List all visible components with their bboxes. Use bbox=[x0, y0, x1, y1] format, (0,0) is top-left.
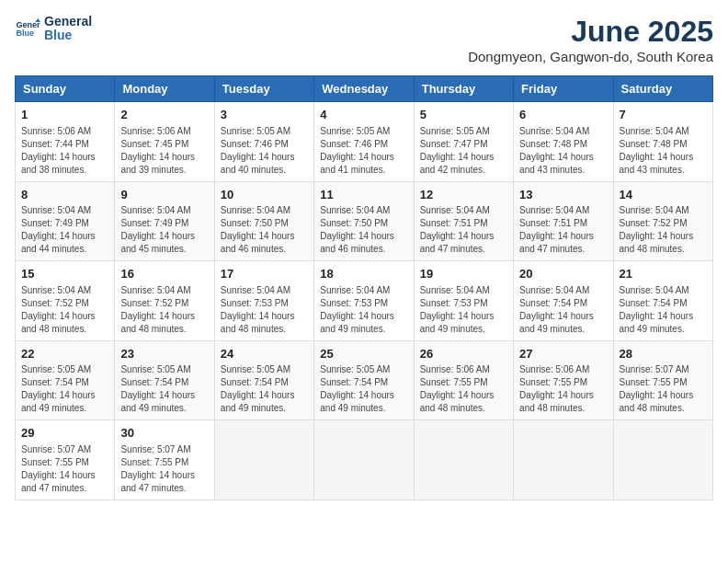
calendar-cell: 7Sunrise: 5:04 AMSunset: 7:48 PMDaylight… bbox=[613, 102, 712, 182]
day-number: 11 bbox=[320, 187, 407, 203]
title-block: June 2025 Dongmyeon, Gangwon-do, South K… bbox=[468, 15, 713, 64]
calendar-row-5: 29Sunrise: 5:07 AMSunset: 7:55 PMDayligh… bbox=[16, 420, 713, 500]
day-number: 6 bbox=[519, 107, 607, 123]
day-number: 15 bbox=[21, 266, 108, 282]
day-number: 10 bbox=[221, 187, 308, 203]
day-number: 12 bbox=[420, 187, 507, 203]
weekday-header-tuesday: Tuesday bbox=[214, 76, 313, 102]
day-info: Sunrise: 5:04 AMSunset: 7:54 PMDaylight:… bbox=[519, 284, 607, 336]
calendar-cell: 30Sunrise: 5:07 AMSunset: 7:55 PMDayligh… bbox=[115, 420, 214, 500]
day-info: Sunrise: 5:05 AMSunset: 7:46 PMDaylight:… bbox=[320, 125, 407, 177]
month-title: June 2025 bbox=[468, 15, 713, 49]
calendar-cell: 18Sunrise: 5:04 AMSunset: 7:53 PMDayligh… bbox=[314, 261, 414, 341]
calendar-cell: 22Sunrise: 5:05 AMSunset: 7:54 PMDayligh… bbox=[16, 340, 115, 420]
day-info: Sunrise: 5:04 AMSunset: 7:52 PMDaylight:… bbox=[120, 284, 208, 336]
day-info: Sunrise: 5:04 AMSunset: 7:49 PMDaylight:… bbox=[120, 204, 208, 256]
calendar-cell bbox=[414, 420, 513, 500]
calendar-cell: 10Sunrise: 5:04 AMSunset: 7:50 PMDayligh… bbox=[214, 181, 313, 261]
calendar-cell: 14Sunrise: 5:04 AMSunset: 7:52 PMDayligh… bbox=[613, 181, 712, 261]
day-info: Sunrise: 5:06 AMSunset: 7:45 PMDaylight:… bbox=[120, 125, 208, 177]
calendar-cell bbox=[613, 420, 712, 500]
day-info: Sunrise: 5:04 AMSunset: 7:52 PMDaylight:… bbox=[21, 284, 108, 336]
day-number: 14 bbox=[620, 187, 707, 203]
day-number: 7 bbox=[620, 107, 707, 123]
day-number: 9 bbox=[120, 187, 208, 203]
weekday-header-monday: Monday bbox=[115, 76, 214, 102]
weekday-header-row: SundayMondayTuesdayWednesdayThursdayFrid… bbox=[16, 76, 713, 102]
calendar-cell: 11Sunrise: 5:04 AMSunset: 7:50 PMDayligh… bbox=[314, 181, 414, 261]
day-number: 3 bbox=[221, 107, 308, 123]
calendar-cell: 24Sunrise: 5:05 AMSunset: 7:54 PMDayligh… bbox=[214, 340, 313, 420]
day-number: 24 bbox=[221, 346, 308, 362]
day-info: Sunrise: 5:04 AMSunset: 7:51 PMDaylight:… bbox=[420, 204, 507, 256]
calendar-cell: 13Sunrise: 5:04 AMSunset: 7:51 PMDayligh… bbox=[514, 181, 613, 261]
calendar-row-1: 1Sunrise: 5:06 AMSunset: 7:44 PMDaylight… bbox=[16, 102, 713, 182]
day-info: Sunrise: 5:04 AMSunset: 7:50 PMDaylight:… bbox=[320, 204, 407, 256]
calendar-cell bbox=[514, 420, 613, 500]
day-info: Sunrise: 5:06 AMSunset: 7:55 PMDaylight:… bbox=[420, 363, 507, 415]
day-number: 27 bbox=[519, 346, 607, 362]
day-number: 8 bbox=[21, 187, 108, 203]
day-info: Sunrise: 5:05 AMSunset: 7:54 PMDaylight:… bbox=[221, 363, 308, 415]
day-number: 28 bbox=[620, 346, 707, 362]
calendar-cell: 4Sunrise: 5:05 AMSunset: 7:46 PMDaylight… bbox=[314, 102, 414, 182]
page-header: General Blue General Blue June 2025 Dong… bbox=[15, 15, 713, 64]
logo-text-blue: Blue bbox=[44, 29, 92, 42]
calendar-cell: 23Sunrise: 5:05 AMSunset: 7:54 PMDayligh… bbox=[115, 340, 214, 420]
day-number: 23 bbox=[120, 346, 208, 362]
day-info: Sunrise: 5:04 AMSunset: 7:48 PMDaylight:… bbox=[519, 125, 607, 177]
calendar-cell: 2Sunrise: 5:06 AMSunset: 7:45 PMDaylight… bbox=[115, 102, 214, 182]
day-number: 21 bbox=[620, 266, 707, 282]
day-info: Sunrise: 5:04 AMSunset: 7:54 PMDaylight:… bbox=[620, 284, 707, 336]
calendar-cell: 12Sunrise: 5:04 AMSunset: 7:51 PMDayligh… bbox=[414, 181, 513, 261]
day-info: Sunrise: 5:04 AMSunset: 7:49 PMDaylight:… bbox=[21, 204, 108, 256]
weekday-header-saturday: Saturday bbox=[613, 76, 712, 102]
calendar-cell: 26Sunrise: 5:06 AMSunset: 7:55 PMDayligh… bbox=[414, 340, 513, 420]
calendar-cell: 29Sunrise: 5:07 AMSunset: 7:55 PMDayligh… bbox=[16, 420, 115, 500]
calendar-cell: 19Sunrise: 5:04 AMSunset: 7:53 PMDayligh… bbox=[414, 261, 513, 341]
day-number: 2 bbox=[120, 107, 208, 123]
calendar-cell: 1Sunrise: 5:06 AMSunset: 7:44 PMDaylight… bbox=[16, 102, 115, 182]
logo-text-general: General bbox=[44, 15, 92, 29]
day-info: Sunrise: 5:04 AMSunset: 7:52 PMDaylight:… bbox=[620, 204, 707, 256]
calendar-row-3: 15Sunrise: 5:04 AMSunset: 7:52 PMDayligh… bbox=[16, 261, 713, 341]
day-info: Sunrise: 5:05 AMSunset: 7:46 PMDaylight:… bbox=[221, 125, 308, 177]
calendar-cell: 20Sunrise: 5:04 AMSunset: 7:54 PMDayligh… bbox=[514, 261, 613, 341]
day-info: Sunrise: 5:04 AMSunset: 7:53 PMDaylight:… bbox=[221, 284, 308, 336]
calendar-cell: 16Sunrise: 5:04 AMSunset: 7:52 PMDayligh… bbox=[115, 261, 214, 341]
calendar-cell: 17Sunrise: 5:04 AMSunset: 7:53 PMDayligh… bbox=[214, 261, 313, 341]
day-info: Sunrise: 5:07 AMSunset: 7:55 PMDaylight:… bbox=[21, 443, 108, 495]
day-info: Sunrise: 5:04 AMSunset: 7:53 PMDaylight:… bbox=[320, 284, 407, 336]
calendar-cell: 27Sunrise: 5:06 AMSunset: 7:55 PMDayligh… bbox=[514, 340, 613, 420]
calendar-table: SundayMondayTuesdayWednesdayThursdayFrid… bbox=[15, 75, 713, 500]
day-info: Sunrise: 5:05 AMSunset: 7:54 PMDaylight:… bbox=[21, 363, 108, 415]
location-text: Dongmyeon, Gangwon-do, South Korea bbox=[468, 49, 713, 64]
calendar-cell: 6Sunrise: 5:04 AMSunset: 7:48 PMDaylight… bbox=[514, 102, 613, 182]
day-number: 16 bbox=[120, 266, 208, 282]
day-info: Sunrise: 5:05 AMSunset: 7:47 PMDaylight:… bbox=[420, 125, 507, 177]
day-number: 4 bbox=[320, 107, 407, 123]
day-info: Sunrise: 5:05 AMSunset: 7:54 PMDaylight:… bbox=[320, 363, 407, 415]
calendar-cell: 3Sunrise: 5:05 AMSunset: 7:46 PMDaylight… bbox=[214, 102, 313, 182]
calendar-cell: 5Sunrise: 5:05 AMSunset: 7:47 PMDaylight… bbox=[414, 102, 513, 182]
day-number: 19 bbox=[420, 266, 507, 282]
day-number: 1 bbox=[21, 107, 108, 123]
calendar-cell: 9Sunrise: 5:04 AMSunset: 7:49 PMDaylight… bbox=[115, 181, 214, 261]
day-number: 22 bbox=[21, 346, 108, 362]
calendar-cell bbox=[314, 420, 414, 500]
calendar-row-2: 8Sunrise: 5:04 AMSunset: 7:49 PMDaylight… bbox=[16, 181, 713, 261]
logo-icon: General Blue bbox=[15, 16, 40, 41]
day-number: 13 bbox=[519, 187, 607, 203]
day-info: Sunrise: 5:07 AMSunset: 7:55 PMDaylight:… bbox=[620, 363, 707, 415]
calendar-cell: 15Sunrise: 5:04 AMSunset: 7:52 PMDayligh… bbox=[16, 261, 115, 341]
day-number: 30 bbox=[120, 425, 208, 442]
weekday-header-wednesday: Wednesday bbox=[314, 76, 414, 102]
day-info: Sunrise: 5:05 AMSunset: 7:54 PMDaylight:… bbox=[120, 363, 208, 415]
day-info: Sunrise: 5:06 AMSunset: 7:55 PMDaylight:… bbox=[519, 363, 607, 415]
day-number: 5 bbox=[420, 107, 507, 123]
calendar-cell: 8Sunrise: 5:04 AMSunset: 7:49 PMDaylight… bbox=[16, 181, 115, 261]
weekday-header-sunday: Sunday bbox=[16, 76, 115, 102]
day-info: Sunrise: 5:06 AMSunset: 7:44 PMDaylight:… bbox=[21, 125, 108, 177]
day-info: Sunrise: 5:04 AMSunset: 7:51 PMDaylight:… bbox=[519, 204, 607, 256]
day-info: Sunrise: 5:04 AMSunset: 7:50 PMDaylight:… bbox=[221, 204, 308, 256]
